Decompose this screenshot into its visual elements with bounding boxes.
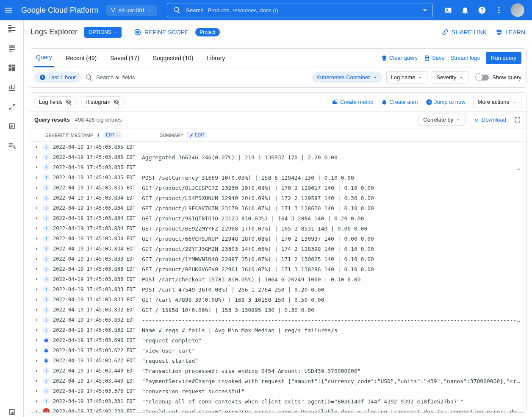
notifications-icon[interactable] — [460, 5, 470, 15]
log-row[interactable]: 2022-04-19 17:45:03.834 EDTGET /product/… — [29, 234, 526, 244]
refine-scope-button[interactable]: REFINE SCOPE — [133, 28, 188, 36]
log-row[interactable]: 2022-04-19 17:45:03.835 EDTGET /product/… — [29, 183, 526, 193]
create-alert-button[interactable]: Create alert — [381, 99, 418, 106]
resource-filter[interactable]: Kubernetes Container — [312, 72, 382, 83]
log-row[interactable]: 2022-04-19 17:45:03.833 EDTGET /product/… — [29, 264, 526, 274]
chevron-down-icon[interactable] — [421, 6, 429, 14]
expand-row-icon[interactable] — [34, 378, 43, 384]
log-row[interactable]: 2022-04-19 17:45:03.834 EDTGET /product/… — [29, 223, 526, 234]
log-row[interactable]: 2022-04-19 17:45:03.832 EDTName # reqs #… — [29, 325, 526, 335]
expand-row-icon[interactable] — [34, 216, 43, 221]
jump-to-now-button[interactable]: Jump to now — [426, 99, 466, 106]
log-row[interactable]: 2022-04-19 17:45:03.330 EDT""could not r… — [29, 406, 526, 412]
tab-library[interactable]: Library — [205, 49, 227, 67]
log-row[interactable]: 2022-04-19 17:45:03.832 EDTGET / 15858 1… — [29, 305, 526, 315]
expand-row-icon[interactable] — [34, 175, 43, 180]
time-range-chip[interactable]: Last 1 hour — [34, 72, 81, 83]
more-vert-icon[interactable] — [494, 5, 504, 15]
expand-row-icon[interactable] — [34, 256, 43, 261]
expand-row-icon[interactable] — [34, 348, 43, 353]
rail-dashboard-icon[interactable] — [7, 63, 17, 73]
scope-pill[interactable]: Project — [195, 28, 219, 36]
expand-row-icon[interactable] — [34, 287, 43, 292]
log-row[interactable]: 2022-04-19 17:45:03.331 EDT""cleanup all… — [29, 396, 526, 406]
log-name-filter[interactable]: Log name — [386, 71, 428, 83]
log-row[interactable]: 2022-04-19 17:45:03.835 EDTPOST /setCurr… — [29, 172, 526, 183]
rail-library-icon[interactable] — [7, 121, 17, 131]
learn-button[interactable]: LEARN — [495, 28, 525, 36]
fullscreen-icon[interactable] — [514, 116, 521, 124]
run-query-button[interactable]: Run query — [486, 52, 521, 64]
log-row[interactable]: 2022-04-19 17:45:03.696 EDT"request comp… — [29, 335, 526, 345]
rail-overview-icon[interactable] — [7, 24, 17, 34]
sort-down-icon[interactable] — [96, 133, 101, 138]
expand-row-icon[interactable] — [34, 317, 43, 322]
expand-row-icon[interactable] — [34, 399, 43, 404]
edit-summary-button[interactable]: EDIT — [187, 132, 207, 138]
tab-saved[interactable]: Saved (17) — [108, 49, 141, 67]
global-search[interactable]: Search Products, resources, docs (/) — [167, 3, 433, 17]
show-query-toggle[interactable]: Show query — [476, 74, 521, 81]
expand-row-icon[interactable] — [34, 195, 43, 200]
create-metric-button[interactable]: Create metric — [332, 99, 373, 106]
expand-row-icon[interactable] — [34, 409, 43, 412]
log-row[interactable]: 2022-04-19 17:45:03.835 EDT — [29, 142, 526, 152]
rail-router-icon[interactable] — [7, 102, 17, 112]
histogram-toggle[interactable]: Histogram — [81, 96, 125, 108]
expand-row-icon[interactable] — [34, 389, 43, 394]
expand-row-icon[interactable] — [34, 307, 43, 312]
clear-query-button[interactable]: Clear query — [381, 55, 418, 61]
log-row[interactable]: 2022-04-19 17:45:03.832 EDT-------------… — [29, 315, 526, 325]
expand-row-icon[interactable] — [34, 155, 43, 160]
expand-row-icon[interactable] — [34, 328, 43, 333]
log-row[interactable]: 2022-04-19 17:45:03.835 EDT-------------… — [29, 162, 526, 172]
log-row[interactable]: 2022-04-19 17:45:03.835 EDTAggregated 36… — [29, 152, 526, 162]
log-row[interactable]: 2022-04-19 17:45:03.622 EDT"view user ca… — [29, 345, 526, 356]
log-row[interactable]: 2022-04-19 17:45:03.833 EDTGET /cart 478… — [29, 295, 526, 305]
expand-row-icon[interactable] — [34, 246, 43, 251]
rail-logs-icon[interactable] — [7, 43, 17, 53]
download-button[interactable]: Download — [473, 117, 506, 123]
log-row[interactable]: 2022-04-19 17:45:03.834 EDTGET /product/… — [29, 203, 526, 213]
log-row[interactable]: 2022-04-19 17:45:03.622 EDT"request star… — [29, 356, 526, 366]
expand-row-icon[interactable] — [34, 226, 43, 231]
options-button[interactable]: OPTIONS — [84, 27, 122, 38]
rail-metrics-icon[interactable] — [7, 82, 17, 92]
col-severity[interactable]: SEVERITY — [45, 133, 66, 138]
expand-row-icon[interactable] — [34, 368, 43, 373]
expand-row-icon[interactable] — [34, 338, 43, 343]
account-avatar[interactable] — [511, 3, 524, 17]
log-row[interactable]: 2022-04-19 17:45:03.834 EDTGET /product/… — [29, 244, 526, 254]
rail-search-list-icon[interactable] — [7, 141, 17, 151]
log-row[interactable]: 2022-04-19 17:45:03.440 EDT"Transaction … — [29, 366, 526, 376]
share-link-button[interactable]: SHARE LINK — [441, 28, 487, 36]
search-all-fields[interactable]: Search all fields — [85, 74, 308, 81]
nav-menu-icon[interactable] — [3, 5, 14, 15]
expand-row-icon[interactable] — [34, 145, 43, 150]
severity-filter[interactable]: Severity — [432, 71, 468, 83]
col-timestamp[interactable]: TIMESTAMP — [66, 133, 93, 138]
log-row[interactable]: 2022-04-19 17:45:03.833 EDTGET /product/… — [29, 254, 526, 264]
help-icon[interactable] — [477, 5, 487, 15]
expand-row-icon[interactable] — [34, 206, 43, 211]
expand-row-icon[interactable] — [34, 277, 43, 282]
log-row[interactable]: 2022-04-19 17:45:03.833 EDTPOST /cart/ch… — [29, 274, 526, 284]
expand-row-icon[interactable] — [34, 267, 43, 272]
more-actions-dropdown[interactable]: More actions — [473, 96, 521, 108]
expand-row-icon[interactable] — [34, 236, 43, 241]
log-fields-toggle[interactable]: Log fields — [34, 96, 77, 108]
log-row[interactable]: 2022-04-19 17:45:03.440 EDT"PaymentServi… — [29, 376, 526, 386]
project-picker[interactable]: sd-uxr-001 — [106, 5, 157, 16]
save-query-button[interactable]: Save — [424, 55, 445, 61]
rail-pin-icon[interactable] — [7, 407, 17, 417]
log-row[interactable]: 2022-04-19 17:45:03.834 EDTGET /product/… — [29, 193, 526, 203]
correlate-by-dropdown[interactable]: Correlate by — [418, 114, 466, 126]
tab-recent[interactable]: Recent (49) — [64, 49, 98, 67]
cloud-shell-icon[interactable] — [443, 5, 453, 15]
log-row[interactable]: 2022-04-19 17:45:03.376 EDT"conversion r… — [29, 386, 526, 396]
tab-query[interactable]: Query — [34, 49, 54, 67]
tab-suggested[interactable]: Suggested (10) — [151, 49, 195, 67]
stream-logs-button[interactable]: Stream logs — [451, 55, 480, 61]
platform-name[interactable]: Google Cloud Platform — [17, 6, 103, 15]
expand-row-icon[interactable] — [34, 185, 43, 190]
